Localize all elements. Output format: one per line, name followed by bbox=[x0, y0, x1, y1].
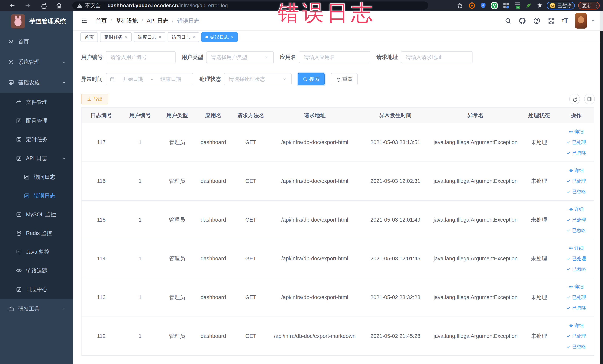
breadcrumb: 首页 / 基础设施 / API 日志 / 错误日志 bbox=[96, 17, 199, 25]
app-title: 芋道管理系统 bbox=[29, 17, 66, 26]
check-icon bbox=[567, 151, 570, 155]
request-url-input[interactable]: 请输入请求地址 bbox=[401, 51, 473, 63]
columns-icon bbox=[587, 96, 592, 102]
close-icon[interactable]: × bbox=[192, 35, 195, 40]
sidebar-item-infra[interactable]: 基础设施 bbox=[0, 72, 73, 93]
home-button-icon[interactable] bbox=[56, 2, 62, 9]
tab-error-log[interactable]: 错误日志× bbox=[201, 32, 238, 42]
eye-icon bbox=[16, 268, 22, 274]
check-icon bbox=[567, 179, 570, 183]
back-icon[interactable] bbox=[9, 2, 16, 9]
sidebar-item-redis-monitor[interactable]: Redis 监控 bbox=[0, 224, 73, 243]
mark-ignored-link[interactable]: 已忽略 bbox=[567, 148, 586, 158]
reset-button[interactable]: 重置 bbox=[331, 73, 358, 85]
close-icon[interactable]: × bbox=[125, 35, 128, 40]
filter-user-id: 用户编号 请输入用户编号 bbox=[81, 51, 175, 63]
update-label: 更新 bbox=[582, 2, 592, 9]
breadcrumb-api-log[interactable]: API 日志 bbox=[147, 17, 169, 25]
mark-ignored-link[interactable]: 已忽略 bbox=[567, 264, 586, 274]
user-id-input[interactable]: 请输入用户编号 bbox=[106, 51, 175, 63]
close-icon[interactable]: × bbox=[159, 35, 161, 40]
paused-badge[interactable]: 已暂停 bbox=[547, 2, 575, 10]
mark-processed-link[interactable]: 已处理 bbox=[567, 137, 586, 148]
mark-processed-link[interactable]: 已处理 bbox=[567, 214, 586, 225]
mark-ignored-link[interactable]: 已忽略 bbox=[567, 225, 586, 236]
fullscreen-icon[interactable] bbox=[548, 17, 555, 24]
check-icon bbox=[567, 190, 570, 194]
search-icon[interactable] bbox=[505, 17, 512, 24]
detail-link[interactable]: 详细 bbox=[569, 320, 584, 331]
detail-link[interactable]: 详细 bbox=[569, 165, 584, 176]
sidebar-menu: 首页 系统管理 基础设施 文件管理 配置管理 定时任务 bbox=[0, 32, 73, 319]
extension-on-badge-icon[interactable]: on bbox=[514, 1, 521, 10]
refresh-icon bbox=[336, 77, 340, 82]
app-name-input[interactable]: 请输入应用名 bbox=[299, 51, 370, 63]
sidebar-item-system[interactable]: 系统管理 bbox=[0, 52, 73, 72]
upload-icon bbox=[16, 99, 22, 105]
browser-menu-icon[interactable]: ⋮ bbox=[594, 5, 596, 7]
mark-processed-link[interactable]: 已处理 bbox=[567, 176, 586, 186]
collapse-sidebar-icon[interactable] bbox=[81, 17, 88, 24]
sidebar-item-config-management[interactable]: 配置管理 bbox=[0, 111, 73, 130]
sidebar-item-api-log[interactable]: API 日志 bbox=[0, 149, 73, 168]
main-area: 首页 / 基础设施 / API 日志 / 错误日志 TT 首页 定时任务× 调度… bbox=[73, 11, 603, 364]
sidebar-item-home[interactable]: 首页 bbox=[0, 32, 73, 52]
sidebar-item-mysql-monitor[interactable]: MySQL 监控 bbox=[0, 205, 73, 224]
export-button[interactable]: 导出 bbox=[81, 94, 108, 104]
status-select[interactable]: 请选择处理状态 bbox=[224, 73, 291, 85]
detail-link[interactable]: 详细 bbox=[569, 204, 584, 214]
breadcrumb-infra[interactable]: 基础设施 bbox=[116, 17, 138, 25]
font-size-icon[interactable]: TT bbox=[562, 17, 568, 24]
search-button[interactable]: 搜索 bbox=[298, 73, 325, 85]
breadcrumb-home[interactable]: 首页 bbox=[96, 17, 107, 25]
close-icon[interactable]: × bbox=[231, 35, 233, 40]
sidebar-item-log-center[interactable]: 日志中心 bbox=[0, 280, 73, 299]
mark-ignored-link[interactable]: 已忽略 bbox=[567, 303, 586, 313]
calendar-icon bbox=[110, 77, 115, 82]
sidebar-item-java-monitor[interactable]: Java 监控 bbox=[0, 243, 73, 261]
tab-schedule-log[interactable]: 调度日志× bbox=[134, 32, 165, 42]
sidebar-item-access-log[interactable]: 访问日志 bbox=[0, 168, 73, 186]
detail-link[interactable]: 详细 bbox=[569, 127, 584, 137]
date-range-input[interactable]: 开始日期 - 结束日期 bbox=[106, 73, 193, 85]
tab-scheduled-jobs[interactable]: 定时任务× bbox=[100, 32, 132, 42]
divider bbox=[104, 3, 104, 8]
mark-processed-link[interactable]: 已处理 bbox=[567, 292, 586, 303]
sidebar-item-tracing[interactable]: 链路追踪 bbox=[0, 261, 73, 280]
bookmark-star-icon[interactable] bbox=[457, 2, 463, 9]
github-icon[interactable] bbox=[519, 17, 526, 24]
mark-ignored-link[interactable]: 已忽略 bbox=[567, 186, 586, 197]
sidebar-item-scheduled-jobs[interactable]: 定时任务 bbox=[0, 130, 73, 149]
sidebar-item-error-log[interactable]: 错误日志 bbox=[0, 186, 73, 205]
detail-link[interactable]: 详细 bbox=[569, 243, 584, 253]
extension-orange-icon[interactable] bbox=[468, 2, 475, 9]
caret-down-icon[interactable] bbox=[591, 18, 596, 23]
help-icon[interactable] bbox=[533, 17, 541, 24]
mark-ignored-link[interactable]: 已忽略 bbox=[567, 341, 586, 352]
scrollbar-thumb[interactable] bbox=[600, 11, 603, 31]
tab-access-log[interactable]: 访问日志× bbox=[168, 32, 199, 42]
column-settings-button[interactable] bbox=[584, 94, 595, 104]
sidebar-item-dev-tools[interactable]: 研发工具 bbox=[0, 299, 73, 319]
update-badge[interactable]: 更新 ⋮ bbox=[578, 2, 600, 10]
check-icon bbox=[567, 140, 570, 144]
extension-green-circle-icon[interactable] bbox=[490, 1, 499, 10]
security-warning-icon[interactable] bbox=[77, 3, 83, 9]
sidebar-item-file-management[interactable]: 文件管理 bbox=[0, 93, 73, 111]
extension-leaf-icon[interactable] bbox=[525, 2, 532, 9]
extension-shield-icon[interactable] bbox=[480, 2, 487, 9]
forward-icon[interactable] bbox=[24, 2, 31, 9]
reload-icon[interactable] bbox=[40, 2, 47, 9]
user-type-select[interactable]: 请选择用户类型 bbox=[206, 51, 274, 63]
tab-home[interactable]: 首页 bbox=[81, 32, 98, 42]
extension-grid-icon[interactable] bbox=[502, 2, 510, 9]
mark-processed-link[interactable]: 已处理 bbox=[567, 253, 586, 264]
extensions-puzzle-icon[interactable] bbox=[536, 2, 543, 9]
detail-link[interactable]: 详细 bbox=[569, 282, 584, 292]
eye-icon bbox=[569, 207, 573, 211]
mark-processed-link[interactable]: 已处理 bbox=[567, 331, 586, 341]
check-icon bbox=[567, 218, 570, 222]
page-scrollbar[interactable] bbox=[600, 11, 603, 364]
refresh-button[interactable] bbox=[569, 94, 580, 104]
user-avatar[interactable] bbox=[575, 13, 587, 29]
